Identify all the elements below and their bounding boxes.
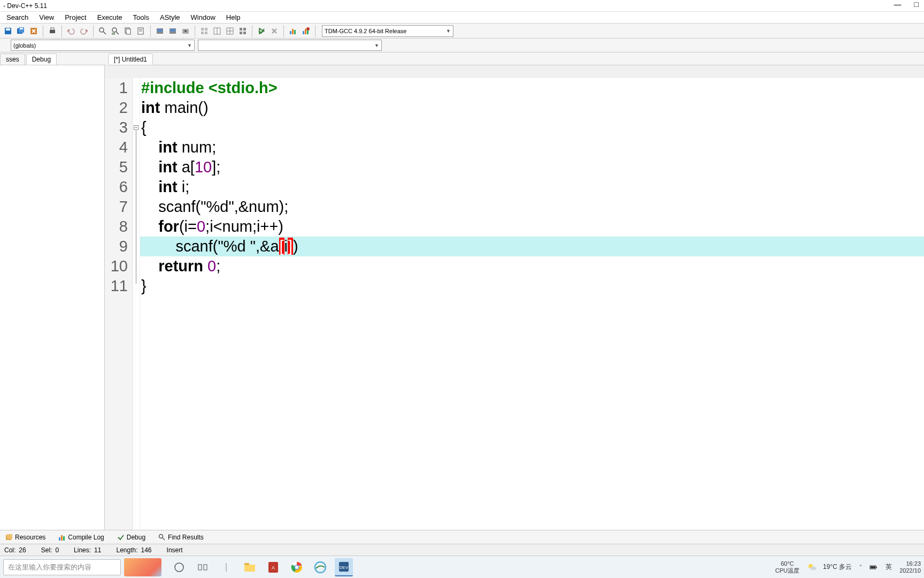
run-button[interactable]	[167, 25, 179, 37]
editor-tab-untitled1[interactable]: [*] Untitled1	[108, 54, 153, 65]
menu-project[interactable]: Project	[59, 12, 91, 22]
ime-indicator[interactable]: 英	[886, 562, 892, 572]
code-lines[interactable]: #include <stdio.h>int main(){ int num; i…	[140, 78, 924, 530]
menu-tools[interactable]: Tools	[128, 12, 155, 22]
line-number: 10	[105, 256, 128, 276]
chrome-icon[interactable]	[288, 558, 306, 576]
bottom-tab-compile-log[interactable]: Compile Log	[55, 533, 107, 542]
symbol-select[interactable]: ▼	[198, 40, 382, 51]
editor-tab-strip: [*] Untitled1	[106, 52, 153, 65]
line-number: 4	[105, 138, 128, 157]
chevron-down-icon: ▼	[374, 43, 379, 48]
svg-text:A: A	[272, 565, 275, 571]
menu-execute[interactable]: Execute	[92, 12, 128, 22]
close-file-button[interactable]	[28, 25, 40, 37]
svg-text:DEV: DEV	[340, 565, 349, 570]
menu-search[interactable]: Search	[1, 12, 34, 22]
menu-window[interactable]: Window	[186, 12, 221, 22]
svg-rect-39	[294, 30, 296, 34]
maximize-button[interactable]: □	[914, 0, 919, 9]
task-view-icon[interactable]	[194, 558, 212, 576]
find-in-files-button[interactable]	[122, 25, 134, 37]
svg-rect-36	[243, 32, 246, 34]
taskbar-divider-icon	[217, 558, 235, 576]
compiler-select[interactable]: TDM-GCC 4.9.2 64-bit Release ▼	[322, 25, 453, 37]
svg-point-43	[306, 27, 310, 31]
undo-button[interactable]	[65, 25, 77, 37]
print-button[interactable]	[47, 25, 58, 37]
svg-rect-53	[204, 565, 207, 570]
layout3-button[interactable]	[237, 25, 249, 37]
svg-rect-12	[112, 33, 115, 35]
layout2-button[interactable]	[224, 25, 236, 37]
code-line[interactable]: for(i=0;i<num;i++)	[140, 217, 924, 237]
svg-rect-46	[59, 537, 60, 541]
menu-astyle[interactable]: AStyle	[155, 12, 186, 22]
code-line[interactable]: {	[140, 118, 924, 138]
svg-line-11	[116, 32, 119, 34]
fold-toggle[interactable]: −	[134, 125, 138, 130]
layout1-button[interactable]	[211, 25, 223, 37]
status-lines: Lines:11	[74, 546, 101, 554]
goto-line-button[interactable]	[135, 25, 147, 37]
code-editor[interactable]: 1234567891011 − #include <stdio.h>int ma…	[105, 78, 924, 530]
redo-button[interactable]	[78, 25, 90, 37]
code-line[interactable]: }	[140, 276, 924, 296]
find-button[interactable]	[97, 25, 109, 37]
side-tab-debug[interactable]: Debug	[26, 54, 57, 65]
scope-select[interactable]: (globals) ▼	[11, 40, 195, 51]
title-bar: - Dev-C++ 5.11 — □	[0, 0, 924, 12]
battery-icon[interactable]	[869, 563, 878, 572]
compile-log-icon	[58, 534, 66, 541]
chevron-down-icon: ▼	[446, 28, 451, 34]
bottom-tab-resources[interactable]: Resources	[2, 533, 49, 542]
code-line[interactable]: int i;	[140, 177, 924, 197]
compile-button[interactable]	[154, 25, 166, 37]
svg-line-50	[163, 538, 165, 540]
bottom-tab-find-results[interactable]: Find Results	[155, 533, 207, 542]
code-line[interactable]: return 0;	[140, 256, 924, 276]
rebuild-button[interactable]	[198, 25, 210, 37]
svg-point-66	[810, 566, 817, 570]
cpu-temp-widget[interactable]: 60°C CPU温度	[775, 560, 799, 574]
compile-run-button[interactable]	[180, 25, 191, 37]
replace-button[interactable]	[110, 25, 121, 37]
taskbar-clock[interactable]: 16:23 2022/10	[899, 560, 921, 574]
devcpp-icon[interactable]: DEV	[335, 558, 353, 576]
line-number: 11	[105, 276, 128, 296]
svg-rect-21	[170, 29, 175, 32]
line-number: 9	[105, 237, 128, 256]
file-explorer-icon[interactable]	[241, 558, 259, 576]
pdf-reader-icon[interactable]: A	[264, 558, 282, 576]
cortana-icon[interactable]	[170, 558, 188, 576]
line-number: 5	[105, 157, 128, 177]
debug-start-button[interactable]	[256, 25, 267, 37]
minimize-button[interactable]: —	[894, 0, 902, 9]
debug-stop-button[interactable]	[268, 25, 280, 37]
line-number: 3	[105, 118, 128, 138]
code-line[interactable]: #include <stdio.h>	[140, 78, 924, 98]
taskbar-search-input[interactable]: 在这里输入你要搜索的内容	[3, 559, 121, 575]
save-button[interactable]	[2, 25, 14, 37]
svg-rect-4	[20, 28, 23, 29]
edge-icon[interactable]	[311, 558, 329, 576]
taskbar-search-placeholder: 在这里输入你要搜索的内容	[8, 562, 91, 572]
menu-view[interactable]: View	[34, 12, 59, 22]
side-panel	[0, 65, 105, 530]
code-line[interactable]: int main()	[140, 98, 924, 118]
code-line[interactable]: scanf("%d",&num);	[140, 197, 924, 217]
code-line[interactable]: scanf("%d ",&a[i])	[140, 237, 924, 256]
code-line[interactable]: int num;	[140, 138, 924, 157]
code-line[interactable]: int a[10];	[140, 157, 924, 177]
save-all-button[interactable]	[15, 25, 27, 37]
weather-widget[interactable]: 19°C 多云	[807, 562, 852, 573]
status-length: Length:146	[116, 546, 151, 554]
side-tab-classes[interactable]: sses	[0, 54, 25, 65]
svg-rect-34	[243, 28, 246, 31]
profile-del-button[interactable]	[300, 25, 312, 37]
tray-chevron-icon[interactable]: ˄	[859, 564, 862, 570]
main-toolbar: TDM-GCC 4.9.2 64-bit Release ▼	[0, 24, 924, 39]
menu-help[interactable]: Help	[221, 12, 246, 22]
profile-button[interactable]	[287, 25, 299, 37]
bottom-tab-debug[interactable]: Debug	[114, 533, 149, 542]
